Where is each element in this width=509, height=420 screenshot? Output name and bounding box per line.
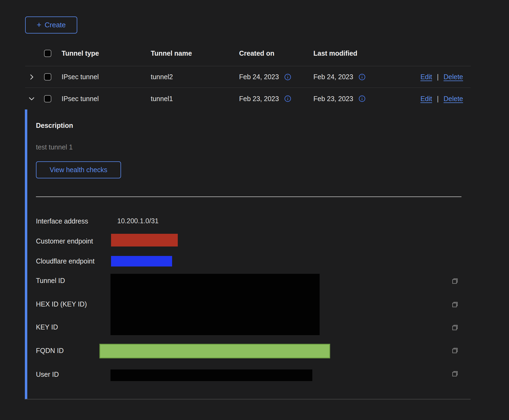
edit-link[interactable]: Edit	[420, 95, 432, 103]
ids-redacted-value	[110, 274, 320, 335]
last-modified-value: Feb 23, 2023	[313, 95, 353, 103]
expanded-row-accent-bar	[25, 109, 27, 399]
action-separator: |	[437, 95, 439, 103]
user-id-redacted-value	[110, 369, 312, 381]
copy-tunnel-id-button[interactable]	[451, 277, 459, 285]
customer-endpoint-label: Customer endpoint	[36, 237, 93, 245]
view-health-checks-button[interactable]: View health checks	[36, 161, 121, 178]
table-row-tunnel2: IPsec tunnel tunnel2 Feb 24, 2023 Feb 24…	[25, 66, 471, 88]
tunnel-name-cell: tunnel2	[151, 73, 239, 81]
tunnels-table: Tunnel type Tunnel name Created on Last …	[25, 41, 471, 109]
info-icon[interactable]	[284, 95, 291, 102]
expand-chevron-right-icon[interactable]	[28, 73, 35, 81]
interface-address-value: 10.200.1.0/31	[117, 217, 159, 225]
action-separator: |	[437, 73, 439, 81]
created-on-value: Feb 24, 2023	[239, 73, 279, 81]
header-last-modified: Last modified	[313, 49, 416, 57]
tunnel-type-cell: IPsec tunnel	[62, 73, 151, 81]
collapse-chevron-down-icon[interactable]	[28, 95, 35, 102]
copy-fqdn-id-button[interactable]	[451, 346, 459, 355]
info-icon[interactable]	[359, 95, 366, 102]
user-id-label: User ID	[36, 370, 59, 378]
table-header-row: Tunnel type Tunnel name Created on Last …	[25, 41, 471, 66]
fqdn-id-label: FQDN ID	[36, 346, 64, 355]
fqdn-id-redacted-value	[99, 344, 330, 358]
edit-link[interactable]: Edit	[420, 73, 432, 81]
cloudflare-endpoint-label: Cloudflare endpoint	[36, 257, 95, 265]
create-button[interactable]: + Create	[25, 16, 77, 34]
info-icon[interactable]	[359, 74, 366, 81]
copy-key-id-button[interactable]	[451, 323, 459, 332]
tunnel-detail-panel: Description test tunnel 1 View health ch…	[25, 109, 471, 399]
section-divider	[36, 196, 461, 197]
table-row-tunnel1: IPsec tunnel tunnel1 Feb 23, 2023 Feb 23…	[25, 88, 471, 109]
panel-bottom-divider	[25, 399, 471, 399]
tunnel-type-cell: IPsec tunnel	[62, 95, 151, 103]
copy-user-id-button[interactable]	[451, 369, 459, 378]
interface-address-label: Interface address	[36, 217, 88, 225]
last-modified-value: Feb 24, 2023	[313, 73, 353, 81]
row-checkbox[interactable]	[44, 73, 51, 81]
cloudflare-endpoint-redacted-value	[111, 256, 172, 266]
plus-icon: +	[37, 21, 42, 29]
hex-id-label: HEX ID (KEY ID)	[36, 300, 87, 308]
header-tunnel-type: Tunnel type	[62, 49, 151, 57]
header-created-on: Created on	[239, 49, 313, 57]
tunnels-page: + Create Tunnel type Tunnel name Created…	[0, 0, 509, 420]
created-on-value: Feb 23, 2023	[239, 95, 279, 103]
info-icon[interactable]	[284, 74, 291, 81]
tunnel-name-cell: tunnel1	[151, 95, 239, 103]
create-button-label: Create	[45, 21, 66, 29]
select-all-checkbox[interactable]	[44, 50, 51, 57]
description-value: test tunnel 1	[36, 143, 73, 151]
description-label: Description	[36, 122, 73, 129]
delete-link[interactable]: Delete	[444, 73, 463, 81]
customer-endpoint-redacted-value	[111, 234, 178, 246]
tunnel-id-label: Tunnel ID	[36, 276, 65, 285]
copy-hex-id-button[interactable]	[451, 300, 459, 309]
delete-link[interactable]: Delete	[444, 95, 463, 103]
header-tunnel-name: Tunnel name	[151, 49, 239, 57]
header-checkbox-cell	[43, 50, 62, 57]
row-checkbox[interactable]	[44, 95, 51, 102]
key-id-label: KEY ID	[36, 323, 58, 331]
